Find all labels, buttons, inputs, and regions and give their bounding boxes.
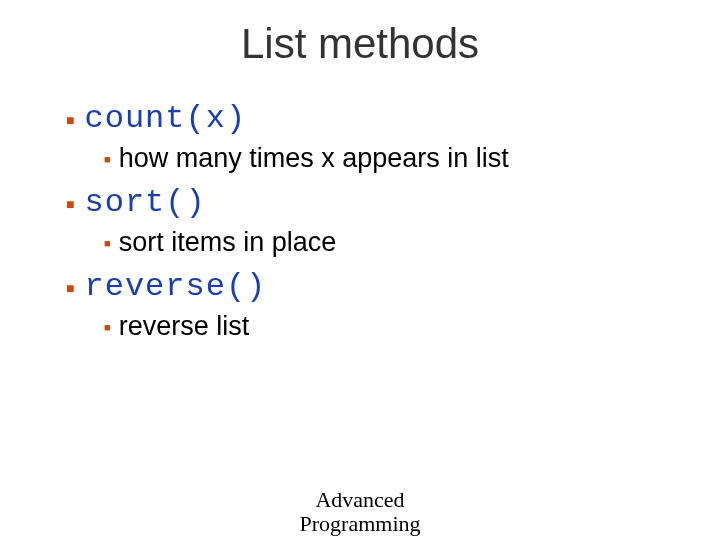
sub-list: ■ reverse list — [66, 311, 670, 342]
list-item: ■ count(x) ■ how many times x appears in… — [66, 100, 670, 174]
bullet-icon: ■ — [104, 238, 111, 249]
list-item: ■ reverse list — [104, 311, 670, 342]
footer-line: Programming — [0, 512, 720, 536]
method-description: sort items in place — [119, 227, 337, 258]
method-name: count(x) — [84, 100, 246, 137]
footer-line: Advanced — [0, 488, 720, 512]
list-item: ■ sort items in place — [104, 227, 670, 258]
bullet-icon: ■ — [66, 197, 74, 211]
bullet-icon: ■ — [104, 322, 111, 333]
slide-footer: Advanced Programming — [0, 488, 720, 536]
bullet-icon: ■ — [104, 154, 111, 165]
list-item: ■ reverse() ■ reverse list — [66, 268, 670, 342]
page-title: List methods — [50, 20, 670, 68]
sub-list: ■ how many times x appears in list — [66, 143, 670, 174]
sub-list: ■ sort items in place — [66, 227, 670, 258]
method-description: how many times x appears in list — [119, 143, 509, 174]
list-item: ■ sort() ■ sort items in place — [66, 184, 670, 258]
method-name: reverse() — [84, 268, 266, 305]
method-name: sort() — [84, 184, 205, 221]
method-list: ■ count(x) ■ how many times x appears in… — [50, 100, 670, 342]
bullet-icon: ■ — [66, 281, 74, 295]
slide: List methods ■ count(x) ■ how many times… — [0, 0, 720, 540]
list-item: ■ how many times x appears in list — [104, 143, 670, 174]
method-description: reverse list — [119, 311, 250, 342]
bullet-icon: ■ — [66, 113, 74, 127]
